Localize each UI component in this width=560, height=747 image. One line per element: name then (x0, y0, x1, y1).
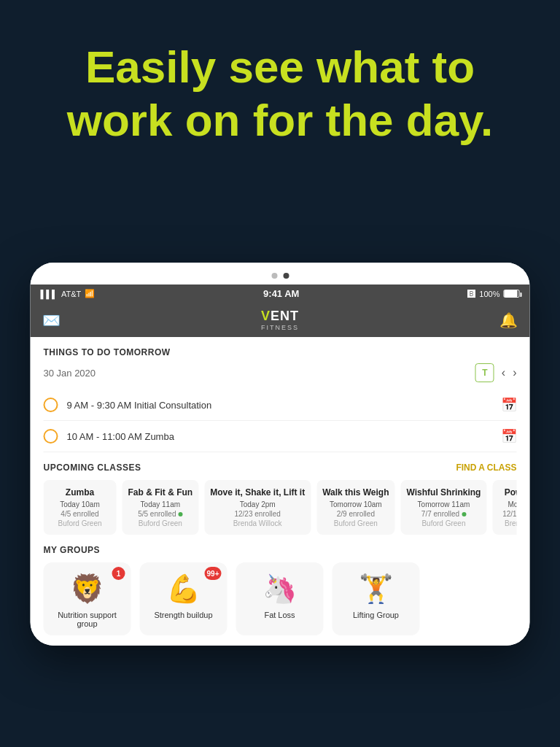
class-card-wishful[interactable]: Wishful Shrinking Tomorrow 11am 7/7 enro… (401, 480, 487, 535)
wifi-icon: 📶 (85, 289, 95, 298)
date-controls: T ‹ › (475, 363, 517, 382)
things-to-do-section: THINGS TO DO TOMORROW 30 Jan 2020 T ‹ › … (44, 347, 517, 452)
class-location-4: Buford Green (322, 519, 389, 527)
group-name-lifting: Lifting Group (353, 611, 399, 619)
hero-section: Easily see what to work on for the day. (0, 0, 560, 169)
battery-label: 100% (479, 290, 499, 298)
notification-bell-icon[interactable]: 🔔 (499, 311, 518, 329)
schedule-item-1: 9 AM - 9:30 AM Initial Consultation 📅 (44, 390, 517, 421)
schedule-text-2: 10 AM - 11:00 AM Zumba (67, 431, 501, 442)
phone-mockup: ▌▌▌ AT&T 📶 9:41 AM 🅱 100% ✉️ VENT FITNES… (31, 263, 530, 646)
dot-1 (271, 273, 277, 279)
class-time-3: Today 2pm (210, 500, 305, 508)
signal-icon: ▌▌▌ (41, 290, 58, 298)
group-card-strength[interactable]: 99+ 💪 Strength buildup (140, 562, 228, 635)
class-time-4: Tomorrow 10am (322, 500, 389, 508)
class-time-6: Monday 2pm (498, 500, 516, 508)
class-location-1: Buford Green (50, 519, 111, 527)
inbox-icon[interactable]: ✉️ (42, 311, 61, 329)
prev-arrow[interactable]: ‹ (502, 366, 505, 379)
group-emoji-strength: 💪 (166, 573, 201, 605)
class-name-2: Fab & Fit & Fun (128, 487, 193, 498)
group-name-fat-loss: Fat Loss (264, 611, 295, 619)
notification-badge-strength: 99+ (205, 567, 222, 580)
class-card-move-shake[interactable]: Move it, Shake it, Lift it Today 2pm 12/… (204, 480, 311, 535)
group-card-fat-loss[interactable]: 🦄 Fat Loss (236, 562, 324, 635)
item-circle-2 (44, 429, 58, 444)
battery-icon (503, 290, 519, 298)
groups-grid: 1 🦁 Nutrition support group 99+ 💪 Streng… (44, 562, 517, 635)
schedule-item-2: 10 AM - 11:00 AM Zumba 📅 (44, 421, 517, 452)
group-emoji-nutrition: 🦁 (70, 573, 104, 605)
app-logo: VENT FITNESS (261, 309, 299, 331)
class-enrolled-4: 2/9 enrolled (322, 510, 389, 518)
carrier-label: AT&T (61, 290, 81, 298)
my-groups-title: MY GROUPS (44, 545, 517, 555)
class-card-power-hour[interactable]: Power Hour Monday 2pm 12/12 enrolled Bre… (492, 480, 516, 535)
date-row: 30 Jan 2020 T ‹ › (44, 363, 517, 382)
status-center: 9:41 AM (263, 288, 299, 299)
class-enrolled-6: 12/12 enrolled (498, 510, 516, 518)
class-name-5: Wishful Shrinking (407, 487, 481, 498)
find-class-link[interactable]: FIND A CLASS (456, 462, 516, 473)
class-enrolled-3: 12/23 enrolled (210, 510, 305, 518)
next-arrow[interactable]: › (513, 366, 516, 379)
schedule-text-1: 9 AM - 9:30 AM Initial Consultation (67, 400, 501, 411)
class-location-5: Buford Green (407, 519, 481, 527)
class-name-1: Zumba (50, 487, 111, 498)
class-enrolled-5: 7/7 enrolled (407, 510, 481, 518)
group-emoji-lifting: 🏋️ (359, 573, 393, 605)
group-card-lifting[interactable]: 🏋️ Lifting Group (332, 562, 420, 635)
class-location-2: Buford Green (128, 519, 193, 527)
things-to-do-header: THINGS TO DO TOMORROW (44, 347, 517, 357)
dot-2 (283, 273, 289, 279)
date-label: 30 Jan 2020 (44, 368, 96, 379)
my-groups-section: MY GROUPS 1 🦁 Nutrition support group 99… (44, 545, 517, 635)
class-enrolled-2: 5/5 enrolled (128, 510, 193, 518)
class-name-3: Move it, Shake it, Lift it (210, 487, 305, 498)
class-name-6: Power Hour (498, 487, 516, 498)
class-card-fab-fit[interactable]: Fab & Fit & Fun Today 11am 5/5 enrolled … (122, 480, 199, 535)
class-enrolled-1: 4/5 enrolled (50, 510, 111, 518)
group-card-nutrition[interactable]: 1 🦁 Nutrition support group (44, 562, 131, 635)
bluetooth-icon: 🅱 (467, 290, 475, 298)
item-circle-1 (44, 398, 58, 412)
hero-title: Easily see what to work on for the day. (44, 40, 516, 147)
upcoming-classes-title: UPCOMING CLASSES (44, 462, 141, 473)
pagination-dots (31, 263, 530, 285)
class-card-walk[interactable]: Walk this Weigh Tomorrow 10am 2/9 enroll… (316, 480, 394, 535)
class-time-5: Tomorrow 11am (407, 500, 481, 508)
status-right: 🅱 100% (467, 290, 519, 298)
class-card-zumba[interactable]: Zumba Today 10am 4/5 enrolled Buford Gre… (44, 480, 117, 535)
today-button[interactable]: T (475, 363, 494, 382)
classes-scroll: Zumba Today 10am 4/5 enrolled Buford Gre… (44, 480, 517, 535)
class-time-1: Today 10am (50, 500, 111, 508)
nav-bar: ✉️ VENT FITNESS 🔔 (31, 303, 530, 337)
main-content: THINGS TO DO TOMORROW 30 Jan 2020 T ‹ › … (31, 337, 530, 646)
group-name-nutrition: Nutrition support group (50, 611, 125, 628)
class-name-4: Walk this Weigh (322, 487, 389, 498)
class-location-6: Brenda Willock (498, 519, 516, 527)
status-bar: ▌▌▌ AT&T 📶 9:41 AM 🅱 100% (31, 285, 530, 303)
status-left: ▌▌▌ AT&T 📶 (41, 289, 96, 298)
upcoming-classes-section: UPCOMING CLASSES FIND A CLASS Zumba Toda… (44, 462, 517, 535)
upcoming-header-row: UPCOMING CLASSES FIND A CLASS (44, 462, 517, 473)
class-time-2: Today 11am (128, 500, 193, 508)
group-emoji-fat-loss: 🦄 (262, 573, 297, 605)
class-location-3: Brenda Willock (210, 519, 305, 527)
group-name-strength: Strength buildup (154, 611, 212, 619)
calendar-icon-2[interactable]: 📅 (501, 428, 517, 444)
notification-badge-nutrition: 1 (112, 567, 125, 580)
calendar-icon-1[interactable]: 📅 (501, 397, 517, 413)
